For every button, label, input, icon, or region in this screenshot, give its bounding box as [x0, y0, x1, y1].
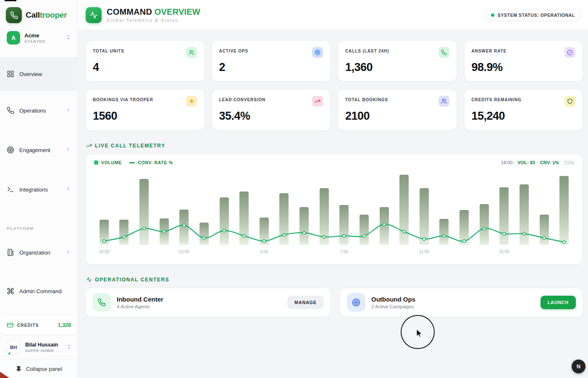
manage-button[interactable]: MANAGE [287, 296, 324, 309]
brand-name-light: trooper [40, 10, 67, 19]
main-area: COMMAND OVERVIEW Global Telemetry & Stat… [78, 0, 588, 378]
legend-conv-rate: CONV. RATE % [129, 160, 173, 165]
sidebar-item-integrations[interactable]: Integrations [0, 170, 78, 209]
stat-value: 4 [93, 61, 197, 74]
trending-up-icon [312, 96, 323, 107]
corner-artifact [0, 372, 9, 378]
stat-label: CREDITS REMAINING [472, 96, 522, 102]
telemetry-section-title: LIVE CALL TELEMETRY [95, 143, 165, 149]
chevron-right-icon [66, 249, 71, 256]
sidebar-item-overview[interactable]: Overview [0, 57, 78, 91]
stat-card-calls-last-24h-: CALLS (LAST 24H)1,360 [338, 40, 457, 82]
sidebar-item-label: Organization [19, 249, 60, 256]
stat-card-top: BOOKINGS VIA TROOPER [93, 96, 197, 107]
grid-icon [7, 70, 14, 78]
avatar-initials: BH [10, 345, 17, 350]
page-subtitle: Global Telemetry & Status [107, 18, 200, 23]
sidebar-item-operations[interactable]: Operations [0, 91, 78, 130]
status-dot-icon [491, 13, 494, 17]
fab-label: N [577, 363, 580, 370]
sidebar-item-label: Admin Command [19, 288, 71, 294]
stat-card-bookings-via-trooper: BOOKINGS VIA TROOPER1560 [85, 89, 205, 131]
stat-card-top: ANSWER RATE [472, 47, 576, 58]
sidebar-bottom: CREDITS 1,328 BH Bilal Hussain SUPER ADM… [0, 315, 78, 378]
readout-conversion: CNV: 1% [540, 160, 559, 165]
chart-legend: VOLUME CONV. RATE % [94, 160, 173, 165]
phone-icon [7, 107, 14, 114]
page-header: COMMAND OVERVIEW Global Telemetry & Stat… [78, 0, 588, 30]
content: TOTAL UNITS4ACTIVE OPS2CALLS (LAST 24H)1… [78, 30, 588, 317]
stat-value: 2100 [345, 110, 449, 123]
sidebar-platform-nav: OrganizationAdmin Command [0, 233, 78, 310]
conv-rate-swatch-icon [129, 162, 135, 163]
stat-card-top: CALLS (LAST 24H) [345, 47, 449, 58]
workspace-avatar: A [7, 31, 20, 45]
target-icon [7, 146, 14, 154]
launch-button[interactable]: LAUNCH [541, 296, 576, 309]
legend-conv-label: CONV. RATE % [138, 160, 173, 165]
user-role: SUPER ADMIN [25, 349, 62, 353]
readout-time: 18:00 [501, 160, 513, 165]
sidebar-item-engagement[interactable]: Engagement [0, 130, 78, 170]
center-subtitle: 2 Active Campaigns [371, 304, 535, 309]
users-icon [438, 96, 449, 107]
readout-duration: 210s [564, 160, 574, 165]
workspace-meta: Acme STARTER [24, 32, 61, 44]
phone-icon [438, 47, 449, 58]
online-status-dot [8, 352, 11, 355]
collapse-panel-button[interactable]: Collapse panel [0, 360, 78, 378]
stat-value: 1560 [93, 110, 197, 123]
legend-volume: VOLUME [94, 160, 122, 165]
user-menu[interactable]: BH Bilal Hussain SUPER ADMIN [0, 335, 78, 360]
telemetry-chart-card: VOLUME CONV. RATE % 18:00 VOL: 93 CNV: 1… [85, 154, 583, 265]
chevron-right-icon [66, 146, 71, 154]
platform-section-label: PLATFORM [7, 226, 78, 231]
center-meta: Outbound Ops2 Active Campaigns [371, 296, 535, 309]
center-title: Inbound Center [117, 296, 281, 303]
stat-card-top: CREDITS REMAINING [472, 96, 576, 107]
sidebar: Calltrooper A Acme STARTER OverviewOpera… [0, 0, 78, 378]
activity-icon [86, 277, 92, 283]
terminal-icon [7, 186, 14, 193]
stat-value: 35.4% [219, 110, 323, 123]
x-axis-tick-label: 19:00 [99, 249, 109, 254]
center-title: Outbound Ops [371, 296, 535, 303]
operational-centers: Inbound Center4 Active AgentsMANAGEOutbo… [85, 288, 583, 317]
center-card-inbound-center: Inbound Center4 Active AgentsMANAGE [85, 288, 331, 317]
centers-section-title: OPERATIONAL CENTERS [95, 277, 169, 283]
user-name: Bilal Hussain [25, 342, 62, 348]
stat-card-top: LEAD CONVERSION [219, 96, 323, 107]
sidebar-item-organization[interactable]: Organization [0, 233, 78, 272]
stat-card-credits-remaining: CREDITS REMAINING15,240 [464, 89, 583, 131]
volume-swatch-icon [94, 160, 98, 165]
credits-label: CREDITS [17, 323, 54, 328]
building-icon [7, 249, 14, 256]
stat-card-top: TOTAL BOOKINGS [345, 96, 449, 107]
workspace-switcher[interactable]: A Acme STARTER [5, 29, 73, 47]
telemetry-plot[interactable]: 19:0023:003:007:0011:0015:00 [94, 171, 574, 254]
users-icon [186, 47, 197, 58]
sidebar-item-admin-command[interactable]: Admin Command [0, 272, 78, 310]
center-card-outbound-ops: Outbound Ops2 Active CampaignsLAUNCH [340, 288, 583, 317]
page-title-primary: COMMAND [107, 7, 152, 16]
stat-value: 1,360 [345, 61, 449, 74]
sidebar-item-label: Operations [19, 108, 60, 114]
stat-label: ACTIVE OPS [219, 47, 249, 53]
x-axis-tick-label: 7:00 [340, 249, 348, 254]
phone-icon [92, 293, 111, 312]
n-floating-button[interactable]: N [572, 360, 585, 373]
center-subtitle: 4 Active Agents [117, 304, 281, 309]
chevrons-up-down-icon [66, 344, 72, 351]
system-status-badge: SYSTEM STATUS: OPERATIONAL [485, 9, 581, 21]
stat-label: LEAD CONVERSION [219, 96, 266, 102]
stats-row-1: TOTAL UNITS4ACTIVE OPS2CALLS (LAST 24H)1… [85, 40, 583, 82]
status-text: SYSTEM STATUS: OPERATIONAL [498, 13, 575, 18]
legend-volume-label: VOLUME [101, 160, 122, 165]
stats-row-2: BOOKINGS VIA TROOPER1560LEAD CONVERSION3… [85, 89, 583, 131]
stat-label: TOTAL BOOKINGS [345, 96, 388, 102]
credits-card[interactable]: CREDITS 1,328 [0, 315, 78, 335]
sidebar-item-label: Integrations [19, 186, 60, 193]
avatar: BH [6, 340, 21, 355]
phone-icon [6, 7, 22, 23]
circle-check-icon [564, 47, 575, 58]
